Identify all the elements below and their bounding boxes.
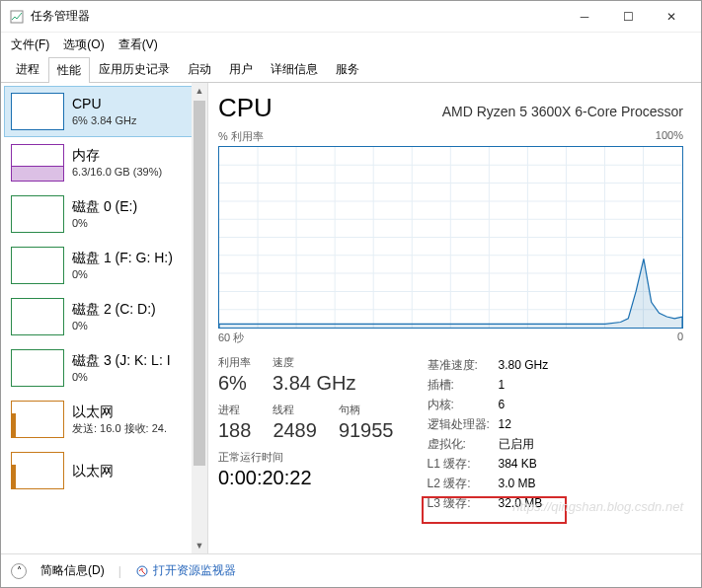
net-thumbnail-icon <box>11 452 64 489</box>
sidebar-item-net-7[interactable]: 以太网 <box>4 445 204 496</box>
divider: | <box>118 564 121 578</box>
sidebar-item-sub: 发送: 16.0 接收: 24. <box>72 421 167 436</box>
task-manager-window: 任务管理器 ─ ☐ ✕ 文件(F) 选项(O) 查看(V) 进程 性能 应用历史… <box>0 0 702 588</box>
sidebar-item-title: 磁盘 3 (J: K: L: I <box>72 351 171 370</box>
chart-xleft: 60 秒 <box>218 331 244 345</box>
sidebar-item-title: CPU <box>72 95 136 113</box>
tab-services[interactable]: 服务 <box>327 56 368 82</box>
sidebar-item-cpu-0[interactable]: CPU6% 3.84 GHz <box>4 86 204 137</box>
sidebar-item-disk-5[interactable]: 磁盘 3 (J: K: L: I0% <box>4 342 204 394</box>
chart-ylabel: % 利用率 <box>218 129 264 144</box>
fewer-details-link[interactable]: 简略信息(D) <box>40 562 105 579</box>
resource-monitor-link[interactable]: 打开资源监视器 <box>135 562 236 579</box>
svg-rect-0 <box>11 11 23 23</box>
tab-performance[interactable]: 性能 <box>48 57 90 83</box>
sidebar-item-disk-3[interactable]: 磁盘 1 (F: G: H:)0% <box>4 240 204 291</box>
sidebar-item-sub: 0% <box>72 216 137 231</box>
stat-label: 利用率 <box>218 355 251 370</box>
sidebar-item-mem-1[interactable]: 内存6.3/16.0 GB (39%) <box>4 137 204 188</box>
spec-row: 内核:6 <box>428 395 557 414</box>
spec-table: 基准速度:3.80 GHz插槽:1内核:6逻辑处理器:12虚拟化:已启用L1 缓… <box>428 355 557 513</box>
sidebar-item-sub: 6% 3.84 GHz <box>72 113 136 128</box>
sidebar-item-disk-4[interactable]: 磁盘 2 (C: D:)0% <box>4 291 204 342</box>
sidebar-item-sub: 6.3/16.0 GB (39%) <box>72 165 162 180</box>
sidebar-item-title: 以太网 <box>72 462 114 480</box>
titlebar: 任务管理器 ─ ☐ ✕ <box>1 1 701 33</box>
tab-startup[interactable]: 启动 <box>179 56 220 82</box>
sidebar-item-title: 以太网 <box>72 403 167 421</box>
tab-processes[interactable]: 进程 <box>7 56 48 82</box>
tab-details[interactable]: 详细信息 <box>262 56 327 82</box>
tab-app-history[interactable]: 应用历史记录 <box>90 56 179 82</box>
sidebar-item-sub: 0% <box>72 267 173 282</box>
mem-thumbnail-icon <box>11 144 64 182</box>
sidebar: CPU6% 3.84 GHz内存6.3/16.0 GB (39%)磁盘 0 (E… <box>1 83 208 553</box>
watermark: https://qingshan.blog.csdn.net <box>512 499 683 514</box>
stat-label: 速度 <box>273 355 355 370</box>
tabs: 进程 性能 应用历史记录 启动 用户 详细信息 服务 <box>1 56 701 83</box>
stat-label: 进程 <box>218 403 251 417</box>
stat-value: 188 <box>218 419 251 442</box>
chart-xright: 0 <box>677 331 683 345</box>
app-icon <box>9 9 25 25</box>
stat-label: 线程 <box>273 403 317 417</box>
stat-value: 6% <box>218 372 251 395</box>
sidebar-item-title: 磁盘 2 (C: D:) <box>72 300 156 319</box>
uptime-label: 正常运行时间 <box>218 450 394 465</box>
menubar: 文件(F) 选项(O) 查看(V) <box>1 33 701 56</box>
net-thumbnail-icon <box>11 401 64 438</box>
minimize-button[interactable]: ─ <box>563 2 606 32</box>
stat-label: 句柄 <box>339 403 394 417</box>
stat-value: 3.84 GHz <box>273 372 355 395</box>
sidebar-item-title: 磁盘 1 (F: G: H:) <box>72 249 173 267</box>
sidebar-item-title: 磁盘 0 (E:) <box>72 197 137 216</box>
disk-thumbnail-icon <box>11 247 64 284</box>
sidebar-item-title: 内存 <box>72 146 162 165</box>
uptime-value: 0:00:20:22 <box>218 467 394 489</box>
disk-thumbnail-icon <box>11 195 64 233</box>
stat-value: 2489 <box>273 419 317 442</box>
spec-row: 虚拟化:已启用 <box>428 434 557 454</box>
menu-file[interactable]: 文件(F) <box>9 35 51 55</box>
sidebar-item-disk-2[interactable]: 磁盘 0 (E:)0% <box>4 188 204 240</box>
statusbar: ˄ 简略信息(D) | 打开资源监视器 <box>1 553 701 587</box>
disk-thumbnail-icon <box>11 298 64 335</box>
chart-ymax: 100% <box>656 129 683 144</box>
close-button[interactable]: ✕ <box>650 2 693 32</box>
resmon-icon <box>135 564 149 578</box>
menu-options[interactable]: 选项(O) <box>61 35 106 55</box>
cpu-chart <box>218 146 683 329</box>
spec-row: L1 缓存:384 KB <box>428 454 557 474</box>
disk-thumbnail-icon <box>11 349 64 387</box>
cpu-name: AMD Ryzen 5 3600X 6-Core Processor <box>442 104 683 119</box>
sidebar-item-sub: 0% <box>72 370 171 385</box>
menu-view[interactable]: 查看(V) <box>117 35 160 55</box>
main-panel: CPU AMD Ryzen 5 3600X 6-Core Processor %… <box>208 83 701 553</box>
cpu-thumbnail-icon <box>11 93 64 130</box>
sidebar-item-net-6[interactable]: 以太网发送: 16.0 接收: 24. <box>4 394 204 445</box>
stat-value: 91955 <box>339 419 394 442</box>
window-title: 任务管理器 <box>31 8 563 25</box>
spec-row: 插槽:1 <box>428 375 557 395</box>
spec-row: 基准速度:3.80 GHz <box>428 355 557 375</box>
chevron-up-icon[interactable]: ˄ <box>11 563 27 579</box>
spec-row: 逻辑处理器:12 <box>428 414 557 434</box>
panel-title: CPU <box>218 93 273 123</box>
sidebar-item-sub: 0% <box>72 319 156 333</box>
spec-row: L2 缓存:3.0 MB <box>428 474 557 493</box>
maximize-button[interactable]: ☐ <box>606 2 650 32</box>
sidebar-scrollbar[interactable]: ▲ ▼ <box>192 83 207 553</box>
tab-users[interactable]: 用户 <box>220 56 262 82</box>
